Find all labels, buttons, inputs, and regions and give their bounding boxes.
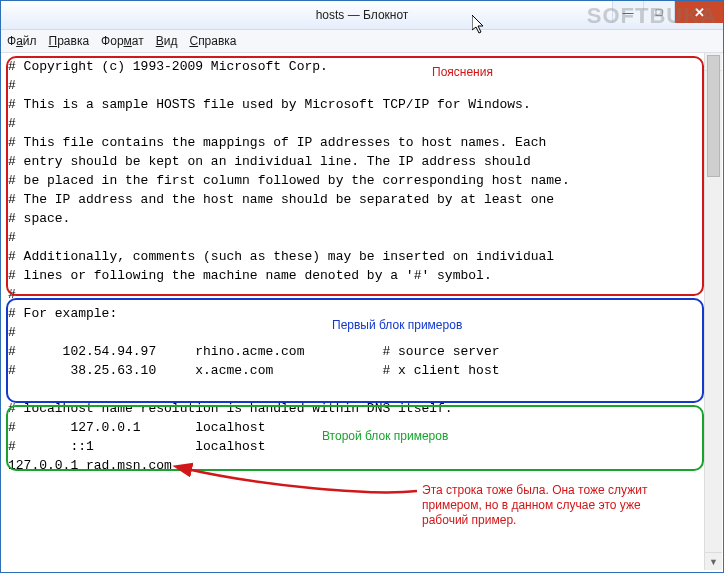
editor-area: # Copyright (c) 1993-2009 Microsoft Corp… [2, 53, 722, 570]
notepad-window: hosts — Блокнот — □ ✕ Файл Правка Формат… [0, 0, 724, 573]
menubar: Файл Правка Формат Вид Справка [1, 30, 723, 53]
text-content[interactable]: # Copyright (c) 1993-2009 Microsoft Corp… [2, 53, 705, 570]
menu-help[interactable]: Справка [189, 34, 236, 48]
titlebar[interactable]: hosts — Блокнот — □ ✕ [1, 1, 723, 30]
window-buttons: — □ ✕ [612, 1, 723, 23]
vertical-scrollbar[interactable]: ▲ ▼ [704, 53, 722, 570]
menu-file[interactable]: Файл [7, 34, 37, 48]
minimize-button[interactable]: — [612, 1, 643, 23]
scroll-down-icon[interactable]: ▼ [705, 552, 722, 570]
menu-edit[interactable]: Правка [49, 34, 90, 48]
menu-format[interactable]: Формат [101, 34, 144, 48]
maximize-button[interactable]: □ [643, 1, 674, 23]
menu-view[interactable]: Вид [156, 34, 178, 48]
scroll-thumb[interactable] [707, 55, 720, 177]
close-button[interactable]: ✕ [674, 1, 723, 23]
